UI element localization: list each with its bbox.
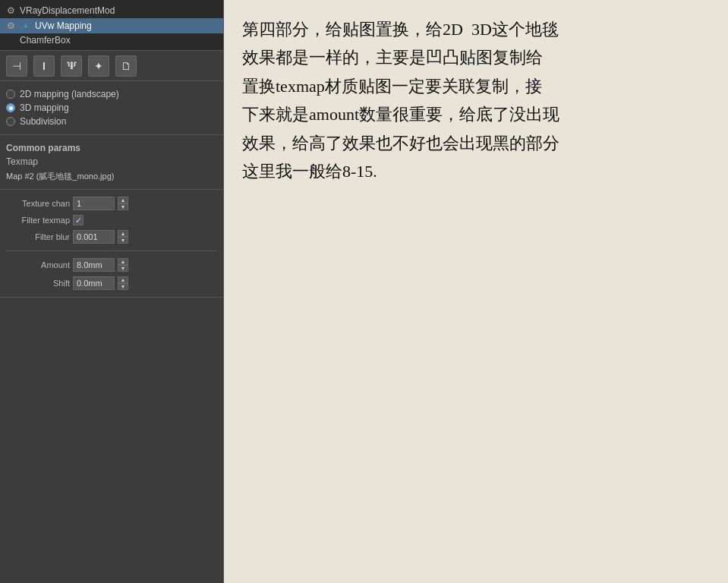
toolbar: ⊣ I 𝚿 ✦ 🗋 xyxy=(0,51,223,81)
shift-input[interactable] xyxy=(73,276,115,290)
shift-down[interactable]: ▼ xyxy=(118,283,128,290)
filter-blur-input[interactable] xyxy=(73,230,115,244)
fields-section: Texture chan ▲ ▼ Filter texmap ✓ Filter … xyxy=(0,190,223,298)
amount-up[interactable]: ▲ xyxy=(118,258,128,265)
tree-section: ⚙ VRayDisplacementMod ⚙ + UVw Mapping Ch… xyxy=(0,0,223,51)
amount-spinner: ▲ ▼ xyxy=(118,258,128,272)
type-button[interactable]: I xyxy=(33,55,55,77)
radio-2d-label: 2D mapping (landscape) xyxy=(20,89,119,99)
filter-texmap-checkbox[interactable]: ✓ xyxy=(73,215,84,225)
display-button[interactable]: 🗋 xyxy=(115,55,137,77)
plus-icon: + xyxy=(20,20,32,32)
filter-blur-spinner: ▲ ▼ xyxy=(118,230,128,244)
main-text: 第四部分，给贴图置换，给2D 3D这个地毯 效果都是一样的，主要是凹凸贴图复制给… xyxy=(242,15,710,185)
text-paragraph-3: 置换texmap材质贴图一定要关联复制，接 xyxy=(242,72,710,100)
left-panel: ⚙ VRayDisplacementMod ⚙ + UVw Mapping Ch… xyxy=(0,0,224,583)
modifier-icon: 𝚿 xyxy=(67,59,77,72)
filter-texmap-row: Filter texmap ✓ xyxy=(6,213,217,228)
map-label: Map #2 (腻毛地毯_mono.jpg) xyxy=(6,169,217,184)
filter-blur-row: Filter blur ▲ ▼ xyxy=(6,228,217,246)
tree-item-uvw-label: UVw Mapping xyxy=(35,20,92,31)
common-params-label: Common params xyxy=(6,140,217,155)
gear-icon-2: ⚙ xyxy=(5,20,17,32)
gear-icon: ⚙ xyxy=(5,5,17,17)
pin-icon: ⊣ xyxy=(12,60,21,72)
filter-blur-label: Filter blur xyxy=(9,232,70,241)
tree-item-vray[interactable]: ⚙ VRayDisplacementMod xyxy=(0,3,223,18)
shift-spinner: ▲ ▼ xyxy=(118,276,128,290)
texture-chan-up[interactable]: ▲ xyxy=(118,197,128,203)
type-icon: I xyxy=(43,60,46,72)
hierarchy-button[interactable]: ✦ xyxy=(88,55,109,77)
shift-up[interactable]: ▲ xyxy=(118,276,128,283)
text-paragraph-2: 效果都是一样的，主要是凹凸贴图复制给 xyxy=(242,43,710,71)
amount-row: Amount ▲ ▼ xyxy=(6,256,217,274)
texture-chan-down[interactable]: ▼ xyxy=(118,203,128,210)
hierarchy-icon: ✦ xyxy=(94,60,103,72)
texture-chan-spinner: ▲ ▼ xyxy=(118,197,128,210)
tree-item-chamfer[interactable]: ChamferBox xyxy=(0,33,223,47)
radio-3d-label: 3D mapping xyxy=(20,102,69,113)
amount-label: Amount xyxy=(9,260,70,269)
common-params-section: Common params Texmap Map #2 (腻毛地毯_mono.j… xyxy=(0,135,223,190)
radio-2d-mapping[interactable]: 2D mapping (landscape) xyxy=(6,89,217,99)
text-paragraph-6: 这里我一般给8-15. xyxy=(242,157,710,185)
filter-blur-up[interactable]: ▲ xyxy=(118,230,128,237)
right-panel: 第四部分，给贴图置换，给2D 3D这个地毯 效果都是一样的，主要是凹凸贴图复制给… xyxy=(224,0,728,583)
tree-item-uvw[interactable]: ⚙ + UVw Mapping xyxy=(0,18,223,33)
texture-chan-row: Texture chan ▲ ▼ xyxy=(6,194,217,213)
text-paragraph-4: 下来就是amount数量很重要，给底了没出现 xyxy=(242,100,710,128)
radio-subdivision[interactable]: Subdivision xyxy=(6,116,217,127)
separator xyxy=(6,251,217,251)
texture-chan-input[interactable] xyxy=(73,197,115,210)
radio-circle-2d xyxy=(6,90,15,99)
shift-label: Shift xyxy=(9,279,70,288)
radio-circle-3d xyxy=(6,103,15,112)
pin-button[interactable]: ⊣ xyxy=(6,55,27,77)
radio-circle-sub xyxy=(6,117,15,126)
mapping-radio-group: 2D mapping (landscape) 3D mapping Subdiv… xyxy=(6,86,217,130)
filter-blur-down[interactable]: ▼ xyxy=(118,237,128,244)
display-icon: 🗋 xyxy=(121,60,131,72)
filter-texmap-label: Filter texmap xyxy=(9,216,70,225)
amount-input[interactable] xyxy=(73,258,115,272)
tree-item-vray-label: VRayDisplacementMod xyxy=(20,5,115,16)
texmap-label: Texmap xyxy=(6,155,217,169)
radio-3d-mapping[interactable]: 3D mapping xyxy=(6,102,217,113)
texture-chan-label: Texture chan xyxy=(9,199,70,208)
text-paragraph-5: 效果，给高了效果也不好也会出现黑的部分 xyxy=(242,129,710,157)
amount-down[interactable]: ▼ xyxy=(118,265,128,272)
radio-subdivision-label: Subdivision xyxy=(20,116,66,127)
mapping-section: 2D mapping (landscape) 3D mapping Subdiv… xyxy=(0,81,223,135)
shift-row: Shift ▲ ▼ xyxy=(6,274,217,292)
tree-item-chamfer-label: ChamferBox xyxy=(20,35,71,46)
modifier-button[interactable]: 𝚿 xyxy=(61,55,82,77)
text-paragraph: 第四部分，给贴图置换，给2D 3D这个地毯 xyxy=(242,15,710,43)
